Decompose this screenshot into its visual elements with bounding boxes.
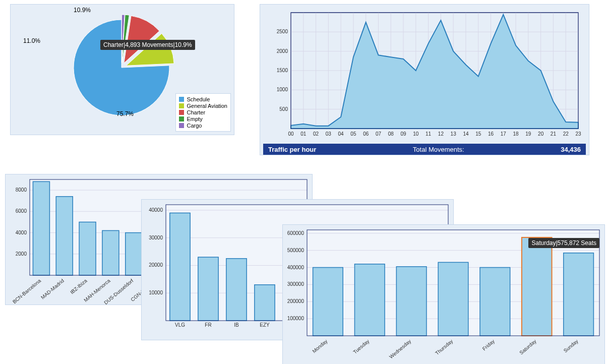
svg-rect-139 xyxy=(354,264,385,336)
svg-text:600000: 600000 xyxy=(287,230,305,236)
svg-text:10000: 10000 xyxy=(149,290,163,295)
svg-rect-103 xyxy=(170,213,190,321)
svg-text:Tuesday: Tuesday xyxy=(352,338,370,355)
pie-chart: 75.7% 11.0% 10.9% Charter|4,893 Movement… xyxy=(56,10,187,120)
pie-label-ga: 11.0% xyxy=(23,37,40,44)
svg-text:02: 02 xyxy=(313,131,319,137)
svg-text:2500: 2500 xyxy=(277,29,288,34)
pie-chart-panel: 75.7% 11.0% 10.9% Charter|4,893 Movement… xyxy=(10,4,234,135)
svg-text:20: 20 xyxy=(538,131,544,137)
area-title: Traffic per hour xyxy=(268,146,316,153)
svg-text:IB: IB xyxy=(234,322,239,328)
svg-text:BCN-Barcelona: BCN-Barcelona xyxy=(12,278,42,305)
svg-text:01: 01 xyxy=(300,131,307,137)
svg-rect-143 xyxy=(438,262,468,336)
svg-text:17: 17 xyxy=(501,131,507,137)
svg-text:00: 00 xyxy=(288,131,294,137)
svg-text:500: 500 xyxy=(279,106,288,112)
svg-text:09: 09 xyxy=(400,131,406,137)
svg-text:MAD-Madrid: MAD-Madrid xyxy=(40,278,65,300)
svg-rect-77 xyxy=(126,233,142,275)
svg-text:11: 11 xyxy=(425,131,432,137)
svg-text:200000: 200000 xyxy=(287,298,305,304)
svg-text:Saturday: Saturday xyxy=(518,338,537,355)
svg-rect-137 xyxy=(313,268,343,336)
svg-text:18: 18 xyxy=(513,131,519,137)
svg-rect-149 xyxy=(564,253,594,336)
svg-rect-71 xyxy=(56,197,73,275)
svg-text:22: 22 xyxy=(563,131,569,137)
svg-text:2000: 2000 xyxy=(277,48,288,54)
svg-text:VLG: VLG xyxy=(175,322,185,328)
svg-text:15: 15 xyxy=(475,131,481,137)
svg-text:12: 12 xyxy=(438,131,444,137)
svg-text:300000: 300000 xyxy=(287,281,305,287)
svg-text:EZY: EZY xyxy=(260,322,270,328)
svg-text:08: 08 xyxy=(388,131,394,137)
svg-text:03: 03 xyxy=(326,131,332,137)
bar-days-tooltip: Saturday|575,872 Seats xyxy=(528,238,599,248)
svg-text:6000: 6000 xyxy=(16,208,27,214)
svg-text:14: 14 xyxy=(463,131,469,137)
svg-text:10: 10 xyxy=(413,131,419,137)
svg-text:Thursday: Thursday xyxy=(434,338,454,356)
svg-text:40000: 40000 xyxy=(149,207,163,213)
svg-rect-105 xyxy=(198,257,218,321)
svg-text:500000: 500000 xyxy=(287,248,305,253)
svg-rect-147 xyxy=(522,237,552,336)
svg-text:Sunday: Sunday xyxy=(563,338,579,353)
svg-rect-73 xyxy=(79,222,96,275)
svg-text:FR: FR xyxy=(205,322,211,328)
svg-text:1500: 1500 xyxy=(277,68,288,73)
svg-text:100000: 100000 xyxy=(287,316,305,321)
pie-label-schedule: 75.7% xyxy=(116,110,134,117)
svg-text:13: 13 xyxy=(451,131,457,137)
legend-item: Cargo xyxy=(179,123,227,129)
svg-text:8000: 8000 xyxy=(16,187,27,193)
pie-legend: ScheduleGeneral AviationCharterEmptyCarg… xyxy=(175,93,231,132)
area-status-bar: Traffic per hour Total Movements: 34,436 xyxy=(263,144,586,155)
legend-item: Empty xyxy=(179,116,227,122)
svg-text:4000: 4000 xyxy=(16,230,27,235)
svg-rect-145 xyxy=(480,268,510,336)
svg-text:23: 23 xyxy=(575,131,581,137)
legend-item: Charter xyxy=(179,109,227,115)
traffic-area-panel: 5001000150020002500000102030405060708091… xyxy=(260,4,589,155)
svg-text:16: 16 xyxy=(488,131,494,137)
area-total-value: 34,436 xyxy=(561,146,581,153)
area-total-label: Total Movements: xyxy=(413,146,464,153)
svg-text:Wednesday: Wednesday xyxy=(388,338,412,359)
traffic-area-chart: 5001000150020002500000102030405060708091… xyxy=(266,8,583,149)
svg-text:05: 05 xyxy=(350,131,356,137)
svg-text:30000: 30000 xyxy=(149,235,163,240)
svg-rect-75 xyxy=(102,230,119,275)
svg-text:04: 04 xyxy=(338,131,344,137)
svg-text:19: 19 xyxy=(525,131,531,137)
legend-item: Schedule xyxy=(179,96,227,102)
svg-text:2000: 2000 xyxy=(16,251,27,257)
svg-rect-141 xyxy=(396,267,427,336)
pie-tooltip: Charter|4,893 Movements|10.9% xyxy=(100,40,195,50)
svg-rect-109 xyxy=(255,285,275,321)
bar-days-panel: 100000200000300000400000500000600000Mond… xyxy=(282,224,605,364)
svg-text:400000: 400000 xyxy=(287,265,305,270)
svg-text:20000: 20000 xyxy=(149,262,163,268)
svg-rect-69 xyxy=(33,181,49,275)
svg-text:Friday: Friday xyxy=(481,338,496,351)
svg-rect-107 xyxy=(226,259,247,321)
svg-text:21: 21 xyxy=(551,131,557,137)
pie-label-charter: 10.9% xyxy=(74,7,91,14)
svg-text:1000: 1000 xyxy=(277,87,288,92)
svg-text:Monday: Monday xyxy=(311,338,328,354)
svg-text:07: 07 xyxy=(376,131,382,137)
svg-text:06: 06 xyxy=(363,131,369,137)
legend-item: General Aviation xyxy=(179,103,227,109)
svg-text:IBZ-Ibiza: IBZ-Ibiza xyxy=(69,278,88,295)
